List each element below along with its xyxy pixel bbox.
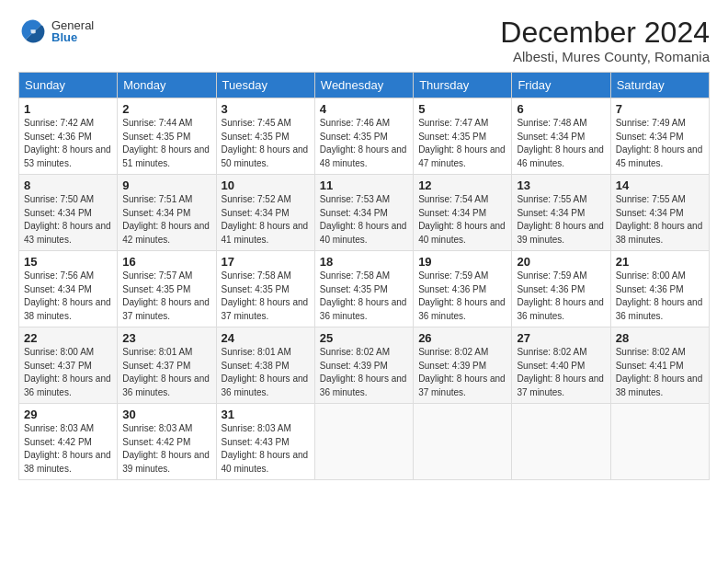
day-number: 14 (616, 178, 704, 192)
day-info: Sunrise: 8:03 AMSunset: 4:42 PMDaylight:… (24, 423, 111, 474)
day-cell: 20 Sunrise: 7:59 AMSunset: 4:36 PMDaylig… (512, 251, 610, 327)
day-info: Sunrise: 7:45 AMSunset: 4:35 PMDaylight:… (222, 118, 309, 168)
subtitle: Albesti, Mures County, Romania (500, 49, 710, 64)
calendar: Sunday Monday Tuesday Wednesday Thursday… (18, 72, 710, 480)
day-cell: 6 Sunrise: 7:48 AMSunset: 4:34 PMDayligh… (512, 98, 610, 175)
col-thursday: Thursday (414, 73, 512, 98)
day-info: Sunrise: 7:49 AMSunset: 4:34 PMDaylight:… (616, 118, 703, 168)
day-number: 20 (517, 255, 605, 269)
week-row-2: 8 Sunrise: 7:50 AMSunset: 4:34 PMDayligh… (19, 175, 710, 251)
day-info: Sunrise: 7:44 AMSunset: 4:35 PMDaylight:… (122, 118, 210, 168)
logo-text: General Blue (51, 19, 94, 43)
day-cell: 1 Sunrise: 7:42 AMSunset: 4:36 PMDayligh… (19, 98, 118, 175)
week-row-4: 22 Sunrise: 8:00 AMSunset: 4:37 PMDaylig… (19, 327, 710, 404)
logo-icon (18, 17, 48, 46)
day-cell: 24 Sunrise: 8:01 AMSunset: 4:38 PMDaylig… (216, 327, 314, 404)
day-number: 10 (222, 178, 310, 192)
day-number: 7 (616, 102, 704, 116)
day-cell: 22 Sunrise: 8:00 AMSunset: 4:37 PMDaylig… (19, 327, 118, 404)
day-info: Sunrise: 8:03 AMSunset: 4:42 PMDaylight:… (122, 423, 210, 474)
day-cell: 8 Sunrise: 7:50 AMSunset: 4:34 PMDayligh… (19, 175, 118, 251)
week-row-3: 15 Sunrise: 7:56 AMSunset: 4:34 PMDaylig… (19, 251, 710, 327)
day-info: Sunrise: 7:48 AMSunset: 4:34 PMDaylight:… (517, 118, 604, 168)
day-number: 23 (122, 331, 210, 345)
day-number: 5 (418, 102, 506, 116)
day-number: 4 (320, 102, 408, 116)
day-info: Sunrise: 7:59 AMSunset: 4:36 PMDaylight:… (418, 270, 506, 321)
day-cell: 23 Sunrise: 8:01 AMSunset: 4:37 PMDaylig… (118, 327, 216, 404)
day-number: 31 (222, 408, 310, 421)
day-info: Sunrise: 8:00 AMSunset: 4:37 PMDaylight:… (24, 347, 111, 397)
day-number: 28 (616, 331, 704, 345)
col-monday: Monday (118, 73, 216, 98)
day-number: 2 (122, 102, 210, 116)
day-info: Sunrise: 7:47 AMSunset: 4:35 PMDaylight:… (418, 118, 506, 168)
week-row-5: 29 Sunrise: 8:03 AMSunset: 4:42 PMDaylig… (19, 404, 710, 480)
day-info: Sunrise: 8:00 AMSunset: 4:36 PMDaylight:… (616, 270, 703, 321)
day-cell: 21 Sunrise: 8:00 AMSunset: 4:36 PMDaylig… (610, 251, 709, 327)
day-number: 13 (517, 178, 605, 192)
day-cell: 17 Sunrise: 7:58 AMSunset: 4:35 PMDaylig… (216, 251, 314, 327)
day-cell (314, 404, 413, 480)
day-number: 21 (616, 255, 704, 269)
day-cell: 15 Sunrise: 7:56 AMSunset: 4:34 PMDaylig… (19, 251, 118, 327)
day-number: 24 (222, 331, 310, 345)
day-cell: 13 Sunrise: 7:55 AMSunset: 4:34 PMDaylig… (512, 175, 610, 251)
day-number: 22 (24, 331, 112, 345)
day-number: 6 (517, 102, 605, 116)
day-info: Sunrise: 8:02 AMSunset: 4:39 PMDaylight:… (320, 347, 407, 397)
day-info: Sunrise: 7:59 AMSunset: 4:36 PMDaylight:… (517, 270, 604, 321)
main-title: December 2024 (500, 17, 710, 49)
day-info: Sunrise: 7:58 AMSunset: 4:35 PMDaylight:… (320, 270, 407, 321)
day-info: Sunrise: 7:56 AMSunset: 4:34 PMDaylight:… (24, 270, 111, 321)
day-number: 29 (24, 408, 112, 421)
day-info: Sunrise: 7:42 AMSunset: 4:36 PMDaylight:… (24, 118, 111, 168)
day-cell: 26 Sunrise: 8:02 AMSunset: 4:39 PMDaylig… (414, 327, 512, 404)
day-number: 26 (418, 331, 506, 345)
day-cell (414, 404, 512, 480)
day-number: 25 (320, 331, 408, 345)
col-tuesday: Tuesday (216, 73, 314, 98)
title-area: December 2024 Albesti, Mures County, Rom… (500, 17, 710, 64)
day-cell: 4 Sunrise: 7:46 AMSunset: 4:35 PMDayligh… (314, 98, 413, 175)
day-info: Sunrise: 7:55 AMSunset: 4:34 PMDaylight:… (517, 194, 604, 245)
col-sunday: Sunday (19, 73, 118, 98)
day-cell: 31 Sunrise: 8:03 AMSunset: 4:43 PMDaylig… (216, 404, 314, 480)
day-info: Sunrise: 7:55 AMSunset: 4:34 PMDaylight:… (616, 194, 703, 245)
logo: General Blue (18, 17, 94, 46)
day-number: 18 (320, 255, 408, 269)
day-number: 8 (24, 178, 112, 192)
day-cell: 25 Sunrise: 8:02 AMSunset: 4:39 PMDaylig… (314, 327, 413, 404)
day-number: 3 (222, 102, 310, 116)
day-info: Sunrise: 8:02 AMSunset: 4:40 PMDaylight:… (517, 347, 604, 397)
day-number: 19 (418, 255, 506, 269)
day-cell: 5 Sunrise: 7:47 AMSunset: 4:35 PMDayligh… (414, 98, 512, 175)
day-info: Sunrise: 7:51 AMSunset: 4:34 PMDaylight:… (122, 194, 210, 245)
col-friday: Friday (512, 73, 610, 98)
day-number: 11 (320, 178, 408, 192)
day-cell: 12 Sunrise: 7:54 AMSunset: 4:34 PMDaylig… (414, 175, 512, 251)
day-info: Sunrise: 7:53 AMSunset: 4:34 PMDaylight:… (320, 194, 407, 245)
day-info: Sunrise: 8:01 AMSunset: 4:37 PMDaylight:… (122, 347, 210, 397)
day-number: 12 (418, 178, 506, 192)
day-info: Sunrise: 7:52 AMSunset: 4:34 PMDaylight:… (222, 194, 309, 245)
day-cell: 29 Sunrise: 8:03 AMSunset: 4:42 PMDaylig… (19, 404, 118, 480)
day-number: 17 (222, 255, 310, 269)
header: General Blue December 2024 Albesti, Mure… (18, 17, 710, 64)
week-row-1: 1 Sunrise: 7:42 AMSunset: 4:36 PMDayligh… (19, 98, 710, 175)
day-cell: 14 Sunrise: 7:55 AMSunset: 4:34 PMDaylig… (610, 175, 709, 251)
page: General Blue December 2024 Albesti, Mure… (0, 0, 728, 563)
day-cell: 11 Sunrise: 7:53 AMSunset: 4:34 PMDaylig… (314, 175, 413, 251)
day-cell: 7 Sunrise: 7:49 AMSunset: 4:34 PMDayligh… (610, 98, 709, 175)
day-cell: 2 Sunrise: 7:44 AMSunset: 4:35 PMDayligh… (118, 98, 216, 175)
day-number: 15 (24, 255, 112, 269)
day-number: 16 (122, 255, 210, 269)
day-cell (512, 404, 610, 480)
day-cell: 9 Sunrise: 7:51 AMSunset: 4:34 PMDayligh… (118, 175, 216, 251)
day-cell: 10 Sunrise: 7:52 AMSunset: 4:34 PMDaylig… (216, 175, 314, 251)
day-info: Sunrise: 8:03 AMSunset: 4:43 PMDaylight:… (222, 423, 309, 474)
day-info: Sunrise: 8:02 AMSunset: 4:39 PMDaylight:… (418, 347, 506, 397)
day-info: Sunrise: 8:02 AMSunset: 4:41 PMDaylight:… (616, 347, 703, 397)
day-cell: 30 Sunrise: 8:03 AMSunset: 4:42 PMDaylig… (118, 404, 216, 480)
day-number: 27 (517, 331, 605, 345)
